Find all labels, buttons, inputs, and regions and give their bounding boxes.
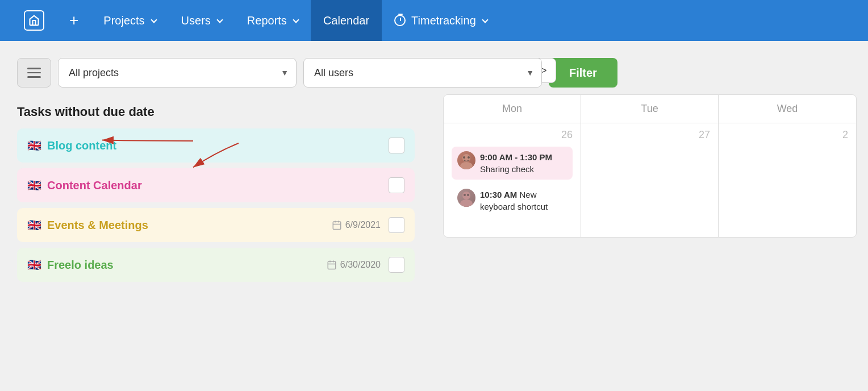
projects-chevron-icon	[151, 16, 157, 23]
event-title-sharing-check: Sharing check	[480, 164, 534, 174]
flag-icon: 🇬🇧	[27, 178, 41, 192]
cal-header-wed: Wed	[719, 95, 856, 123]
task-card-events-meetings: 🇬🇧 Events & Meetings 6/9/2021	[17, 208, 415, 242]
tasks-section-title: Tasks without due date	[17, 105, 415, 119]
users-label: Users	[181, 14, 211, 27]
cal-cell-mon: 26	[444, 123, 581, 237]
flag-icon: 🇬🇧	[27, 139, 41, 152]
timetracking-label: Timetracking	[411, 14, 476, 27]
cal-date-2: 2	[727, 129, 848, 141]
svg-point-15	[464, 194, 466, 196]
svg-point-10	[460, 162, 473, 169]
cal-date-27: 27	[589, 129, 710, 141]
reports-chevron-icon	[293, 16, 299, 23]
timetracking-chevron-icon	[482, 16, 488, 23]
main-content: All projects ▼ All users ▼ Filter Tasks …	[0, 41, 868, 391]
event-time-sharing-check: 9:00 AM - 1:30 PM	[480, 152, 552, 162]
task-date-freelo: 6/30/2020	[327, 260, 381, 270]
navbar: + Projects Users Reports Calendar Timetr…	[0, 0, 868, 41]
svg-rect-4	[328, 261, 336, 269]
task-right	[389, 177, 404, 193]
nav-timetracking[interactable]: Timetracking	[382, 0, 500, 41]
task-left: 🇬🇧 Content Calendar	[27, 178, 142, 192]
nav-projects[interactable]: Projects	[91, 0, 168, 41]
calendar-label: Calendar	[323, 14, 369, 27]
cal-cell-tue: 27	[581, 123, 719, 237]
calendar-icon	[332, 220, 342, 230]
hamburger-line-2	[27, 72, 41, 74]
reports-label: Reports	[247, 14, 287, 27]
avatar-sharing-check	[457, 151, 475, 169]
right-panel: Today < > Mon Tue Wed 26	[432, 58, 868, 391]
nav-add[interactable]: +	[57, 0, 91, 41]
nav-reports[interactable]: Reports	[235, 0, 311, 41]
cal-cell-wed: 2	[719, 123, 856, 237]
add-icon: +	[69, 11, 78, 30]
task-checkbox-freelo-ideas[interactable]	[389, 257, 404, 273]
hamburger-line-3	[27, 76, 41, 78]
filter-row: All projects ▼ All users ▼ Filter	[17, 58, 415, 88]
timer-icon	[394, 15, 406, 26]
left-panel: All projects ▼ All users ▼ Filter Tasks …	[0, 58, 432, 391]
hamburger-line-1	[27, 68, 41, 69]
svg-rect-0	[333, 222, 341, 230]
calendar-icon	[327, 260, 337, 270]
flag-icon: 🇬🇧	[27, 258, 41, 272]
date-text-freelo: 6/30/2020	[340, 260, 381, 270]
task-name-events-meetings: Events & Meetings	[47, 219, 148, 232]
task-name-blog-content: Blog content	[47, 139, 116, 152]
svg-point-12	[468, 156, 470, 159]
home-icon	[24, 10, 44, 31]
event-text-sharing-check: 9:00 AM - 1:30 PM Sharing check	[480, 151, 567, 175]
nav-home[interactable]	[11, 0, 57, 41]
hamburger-button[interactable]	[17, 58, 51, 88]
task-checkbox-events-meetings[interactable]	[389, 217, 404, 233]
cal-header-tue: Tue	[581, 95, 719, 123]
projects-label: Projects	[103, 14, 144, 27]
svg-point-13	[462, 192, 470, 199]
task-card-content-calendar: 🇬🇧 Content Calendar	[17, 168, 415, 202]
calendar-grid: Mon Tue Wed 26	[443, 94, 857, 238]
task-card-freelo-ideas: 🇬🇧 Freelo ideas 6/30/2020	[17, 248, 415, 282]
projects-select-wrapper: All projects ▼	[58, 58, 297, 88]
users-chevron-icon	[216, 16, 223, 23]
svg-point-14	[460, 199, 473, 207]
calendar-header: Mon Tue Wed	[444, 95, 856, 123]
date-text-events: 6/9/2021	[345, 220, 381, 230]
users-select-wrapper: All users ▼	[303, 58, 542, 88]
cal-date-26: 26	[452, 129, 573, 141]
task-right: 6/9/2021	[332, 217, 404, 233]
svg-point-16	[467, 194, 469, 196]
cal-event-keyboard-shortcut[interactable]: 10:30 AM New keyboard shortcut	[452, 184, 573, 217]
users-select[interactable]: All users	[303, 58, 542, 88]
task-checkbox-content-calendar[interactable]	[389, 177, 404, 193]
cal-header-mon: Mon	[444, 95, 581, 123]
task-name-content-calendar: Content Calendar	[47, 179, 142, 192]
cal-event-sharing-check[interactable]: 9:00 AM - 1:30 PM Sharing check	[452, 147, 573, 180]
calendar-body: 26	[444, 123, 856, 237]
task-left: 🇬🇧 Freelo ideas	[27, 258, 114, 272]
nav-users[interactable]: Users	[169, 0, 235, 41]
flag-icon: 🇬🇧	[27, 218, 41, 232]
svg-point-11	[463, 156, 465, 159]
projects-select[interactable]: All projects	[58, 58, 297, 88]
event-text-keyboard-shortcut: 10:30 AM New keyboard shortcut	[480, 189, 567, 213]
task-left: 🇬🇧 Blog content	[27, 139, 116, 152]
task-right: 6/30/2020	[327, 257, 404, 273]
task-right	[389, 138, 404, 153]
task-card-blog-content: 🇬🇧 Blog content	[17, 128, 415, 163]
event-time-keyboard-shortcut: 10:30 AM	[480, 190, 517, 199]
nav-calendar[interactable]: Calendar	[311, 0, 382, 41]
task-name-freelo-ideas: Freelo ideas	[47, 259, 114, 272]
task-date-events: 6/9/2021	[332, 220, 381, 230]
task-checkbox-blog-content[interactable]	[389, 138, 404, 153]
avatar-keyboard-shortcut	[457, 189, 475, 207]
task-left: 🇬🇧 Events & Meetings	[27, 218, 148, 232]
